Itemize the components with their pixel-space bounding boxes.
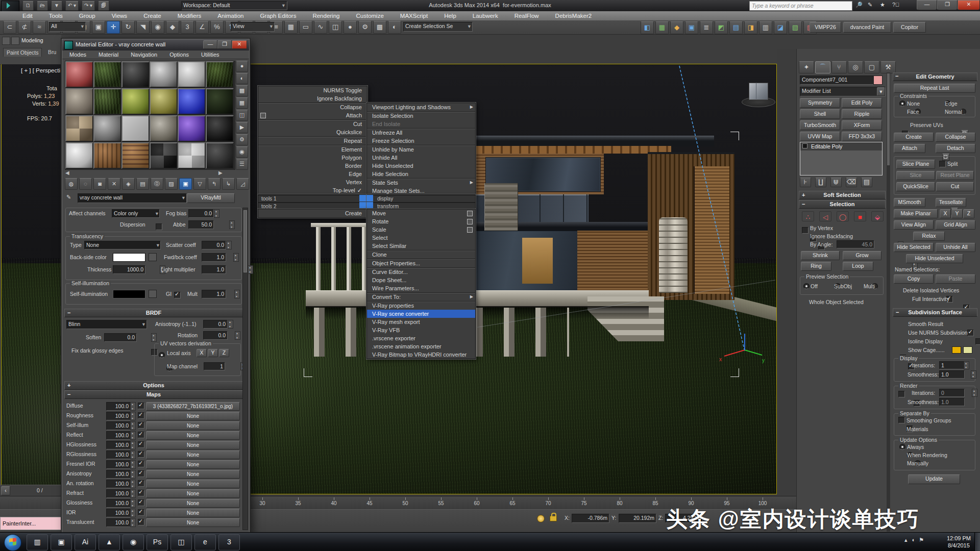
quad-menu-item[interactable]: Attach [258, 111, 367, 119]
communication-icon[interactable]: ✎ [868, 2, 872, 8]
material-sample-slot[interactable] [93, 142, 121, 169]
show-end-result-icon[interactable]: ∐ [815, 178, 826, 187]
toolbar-icon[interactable]: ◆ [166, 21, 179, 34]
toolbar-icon[interactable]: ↻ [121, 21, 135, 34]
ribbon-icon-2[interactable] [11, 37, 19, 45]
options-rollout-header[interactable]: + Options [64, 381, 243, 390]
configure-modifier-sets-icon[interactable]: ▤ [861, 178, 872, 187]
map-amount-field[interactable]: 100.0 [106, 441, 131, 449]
render-iterations-field[interactable]: 0 [939, 389, 965, 397]
quad-menu-item[interactable]: Rotate [367, 217, 475, 226]
smoothing-groups-checkbox[interactable] [898, 417, 905, 423]
material-sample-slot[interactable] [206, 115, 234, 142]
map-amount-field[interactable]: 100.0 [106, 412, 131, 420]
quad-menu-item[interactable]: V-Ray VFB [367, 326, 475, 334]
toolbar-icon[interactable]: ◥ [136, 21, 150, 34]
maxscript-listener[interactable]: PainterInter... [0, 517, 61, 530]
map-enable-checkbox[interactable] [138, 432, 144, 438]
material-sample-slot[interactable] [178, 88, 206, 115]
material-sample-slot[interactable] [65, 61, 93, 88]
map-amount-field[interactable]: 100.0 [106, 499, 131, 508]
backside-color-swatch[interactable] [113, 253, 145, 262]
menu-item[interactable]: Graph Editors [258, 13, 298, 19]
fog-bias-spinner[interactable] [214, 209, 219, 218]
material-sample-slot[interactable] [206, 61, 234, 88]
scroll-right-icon[interactable]: ▶ [218, 170, 223, 176]
hide-selected-button[interactable]: Hide Selected [894, 243, 934, 252]
script-toolbar-icon[interactable]: ◆ [670, 21, 683, 34]
map-slot-button[interactable]: None [146, 499, 240, 508]
modifier-preset-button[interactable]: Ripple [842, 109, 882, 119]
planar-y-button[interactable]: Y [951, 209, 963, 218]
toolbar-icon[interactable]: % [210, 21, 224, 34]
edit-geometry-rollout[interactable]: −Edit Geometry [893, 72, 977, 81]
render-iterations-spinner[interactable] [972, 389, 977, 397]
quad-menu-item[interactable]: Hide Selection [367, 170, 475, 178]
create-button[interactable]: Create [894, 133, 934, 142]
script-toolbar-icon[interactable]: ◨ [744, 21, 757, 34]
quad-menu-item[interactable]: V-Ray mesh export [367, 318, 475, 326]
material-sample-slot[interactable] [121, 61, 150, 88]
material-editor-tool-icon[interactable]: ⓪ [151, 178, 163, 190]
quad-menu-item[interactable]: Dope Sheet... [367, 276, 475, 284]
script-toolbar-icon[interactable]: ▧ [789, 21, 802, 34]
material-editor-tool-icon[interactable]: ◌ [79, 178, 92, 190]
scroll-left-icon[interactable]: ◀ [65, 170, 69, 176]
menu-item[interactable]: MAXScript [398, 13, 430, 19]
selection-rollout[interactable]: −Selection [799, 200, 886, 209]
cut-button[interactable]: Cut [936, 182, 974, 191]
material-sample-slot[interactable] [178, 142, 206, 169]
material-sample-slot[interactable] [65, 88, 93, 115]
gi-checkbox[interactable] [174, 292, 181, 298]
map-amount-spinner[interactable] [130, 460, 136, 469]
quad-menu-item[interactable]: Curve Editor... [367, 267, 475, 276]
quad-menu-item[interactable]: Wire Parameters... [367, 284, 475, 292]
material-sample-slot[interactable] [121, 142, 150, 169]
script-toolbar-icon[interactable]: ▦ [655, 21, 669, 34]
toolbar-icon[interactable]: ◫ [329, 21, 342, 34]
quad-menu-item[interactable]: Clone [367, 250, 475, 259]
by-vertex-checkbox[interactable] [802, 227, 808, 234]
material-editor-tool-icon[interactable]: ◈ [122, 178, 135, 190]
cage-selected-color-swatch[interactable] [963, 346, 972, 354]
quad-menu-item[interactable]: Unhide by Name [367, 145, 475, 154]
taskbar-app-icon[interactable]: ◉ [122, 534, 144, 550]
minimize-icon[interactable]: — [203, 40, 217, 49]
taskbar-app-icon[interactable]: ▣ [51, 534, 72, 550]
restore-button[interactable]: ❐ [937, 0, 958, 10]
map-slot-button[interactable]: None [146, 421, 240, 430]
menu-item[interactable]: RealFlow [512, 13, 541, 19]
script-toolbar-icon[interactable]: ◧ [641, 21, 654, 34]
material-sample-slot[interactable] [178, 61, 206, 88]
selection-filter-combo[interactable]: All▾ [49, 22, 86, 32]
tab-hierarchy-icon[interactable]: ⑂ [831, 61, 847, 73]
menu-item[interactable]: Help [442, 13, 458, 19]
infocenter-search[interactable]: Type a keyword or phrase [749, 1, 852, 11]
anisotropy-spinner[interactable] [228, 320, 233, 329]
material-editor-tool-icon[interactable]: ▽ [193, 178, 206, 190]
material-sample-slot[interactable] [93, 88, 121, 115]
map-amount-spinner[interactable] [130, 470, 136, 479]
use-nurms-checkbox[interactable] [975, 338, 980, 345]
detach-button[interactable]: Detach [936, 144, 975, 153]
grow-button[interactable]: Grow [843, 251, 881, 260]
map-enable-checkbox[interactable] [138, 490, 144, 496]
menu-item[interactable]: Animation [215, 13, 246, 19]
map-amount-spinner[interactable] [130, 450, 136, 459]
display-smoothness-spinner[interactable] [971, 370, 976, 379]
material-sample-slot[interactable] [121, 88, 150, 115]
map-enable-checkbox[interactable] [138, 461, 144, 467]
toolbar-icon[interactable]: ◉ [151, 21, 164, 34]
map-slot-button[interactable]: None [146, 460, 240, 469]
material-editor-tool-icon[interactable]: ▤ [136, 178, 149, 190]
material-sample-slot[interactable] [150, 115, 178, 142]
workspace-selector[interactable]: Workspace: Default ▾ [181, 1, 287, 10]
script-toolbar-icon[interactable]: ▣ [685, 21, 698, 34]
grid-align-button[interactable]: Grid Align [936, 220, 975, 230]
ribbon-tab-brushes[interactable]: Bru [47, 48, 57, 56]
quad-menu-item[interactable]: Border [258, 162, 367, 170]
map-amount-field[interactable]: 100.0 [106, 421, 131, 430]
tray-volume-icon[interactable]: ◖ [911, 537, 915, 543]
favorites-icon[interactable]: ★ [880, 2, 885, 8]
quad-menu-item[interactable]: Move [367, 209, 475, 217]
